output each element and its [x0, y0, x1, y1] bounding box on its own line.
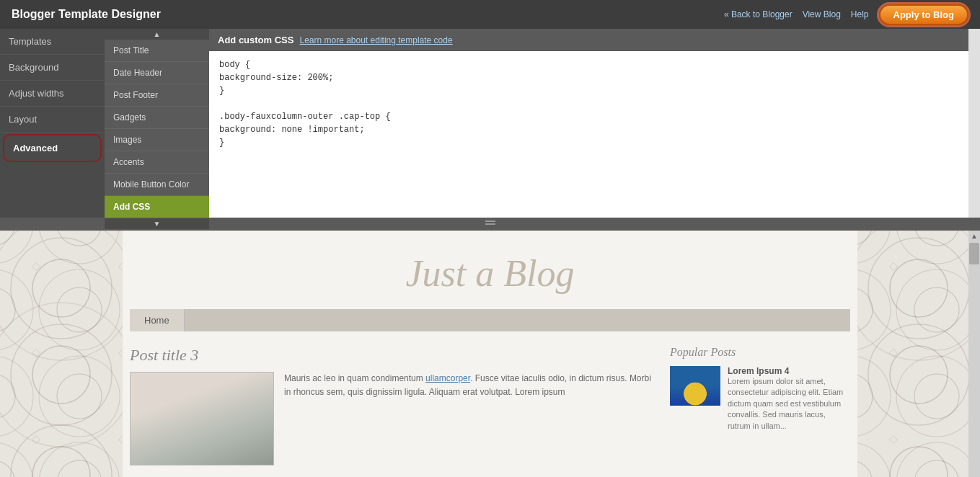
blog-nav: Home — [130, 309, 850, 331]
popular-post-info: Lorem Ipsum 4 Lorem ipsum dolor sit amet… — [728, 366, 850, 432]
sub-item-date-header[interactable]: Date Header — [105, 62, 209, 84]
sub-item-post-footer[interactable]: Post Footer — [105, 84, 209, 107]
sidebar-item-templates[interactable]: Templates — [0, 29, 105, 55]
svg-point-4 — [11, 324, 112, 425]
view-blog-link[interactable]: View Blog — [803, 9, 841, 19]
sidebar-item-layout[interactable]: Layout — [0, 107, 105, 133]
blog-nav-home[interactable]: Home — [130, 309, 185, 331]
sidebar-item-advanced[interactable]: Advanced — [3, 134, 102, 162]
sub-sidebar: ▲ Post Title Date Header Post Footer Gad… — [105, 29, 209, 218]
popular-post-name: Lorem Ipsum 4 — [728, 366, 850, 376]
back-to-blogger-link[interactable]: « Back to Blogger — [724, 9, 793, 19]
blog-header: Just a Blog — [123, 231, 857, 309]
svg-point-13 — [890, 447, 948, 477]
blog-post-text: Mauris ac leo in quam condimentum ullamc… — [284, 372, 655, 465]
popular-posts-title: Popular Posts — [670, 346, 850, 359]
blog-title: Just a Blog — [137, 252, 843, 295]
help-link[interactable]: Help — [851, 9, 869, 19]
blog-left-decoration — [0, 231, 123, 477]
divider-line-1 — [485, 220, 495, 222]
sidebar-item-adjust-widths[interactable]: Adjust widths — [0, 81, 105, 107]
blog-sidebar: Popular Posts Lorem Ipsum 4 Lorem ipsum … — [670, 346, 850, 477]
svg-point-10 — [857, 231, 980, 360]
svg-point-8 — [890, 259, 948, 317]
blog-post-text-link[interactable]: ullamcorper — [425, 373, 470, 383]
svg-point-3 — [32, 346, 90, 404]
app-title: Blogger Template Designer — [12, 8, 161, 21]
main-layout: Templates Background Adjust widths Layou… — [0, 29, 980, 218]
sub-item-post-title[interactable]: Post Title — [105, 40, 209, 62]
popular-post-item: Lorem Ipsum 4 Lorem ipsum dolor sit amet… — [670, 366, 850, 432]
svg-point-12 — [868, 324, 969, 425]
content-area: Add custom CSS Learn more about editing … — [209, 29, 968, 218]
preview-area: Just a Blog Home Post title 3 Mauris ac … — [0, 231, 980, 477]
blog-right-decoration — [857, 231, 980, 477]
blog-post-image-inner — [131, 373, 273, 465]
blog-post-image — [130, 372, 274, 465]
learn-more-link[interactable]: Learn more about editing template code — [299, 35, 452, 45]
sub-sidebar-scroll-up[interactable]: ▲ — [105, 29, 209, 40]
editor-scrollbar[interactable] — [968, 29, 980, 218]
top-bar: Blogger Template Designer « Back to Blog… — [0, 0, 980, 29]
sub-item-accents[interactable]: Accents — [105, 151, 209, 174]
popular-post-thumb — [670, 366, 720, 406]
blog-main-content: Post title 3 Mauris ac leo in quam condi… — [130, 346, 655, 477]
content-header: Add custom CSS Learn more about editing … — [209, 29, 968, 51]
top-bar-actions: « Back to Blogger View Blog Help Apply t… — [724, 4, 968, 25]
svg-point-7 — [11, 425, 112, 477]
sub-item-add-css[interactable]: Add CSS — [105, 196, 209, 218]
css-editor[interactable]: body { background-size: 200%; } .body-fa… — [209, 51, 968, 218]
svg-point-11 — [890, 346, 948, 404]
scrollbar-thumb[interactable] — [969, 243, 979, 264]
blog-post-layout: Mauris ac leo in quam condimentum ullamc… — [130, 372, 655, 465]
svg-point-6 — [32, 447, 90, 477]
scrollbar-up-arrow[interactable]: ▲ — [968, 231, 980, 241]
apply-to-blog-button[interactable]: Apply to Blog — [879, 4, 969, 25]
divider-line-2 — [485, 223, 495, 225]
svg-point-2 — [0, 231, 123, 360]
sub-sidebar-scroll-down[interactable]: ▼ — [105, 218, 209, 229]
blog-content: Post title 3 Mauris ac leo in quam condi… — [123, 331, 857, 477]
svg-point-9 — [868, 238, 969, 339]
sidebar-item-background[interactable]: Background — [0, 55, 105, 81]
blog-post-title: Post title 3 — [130, 346, 655, 365]
svg-point-0 — [32, 259, 90, 317]
resize-handle[interactable] — [483, 220, 498, 228]
popular-post-desc: Lorem ipsum dolor sit amet, consectetur … — [728, 376, 850, 432]
preview-scrollbar[interactable]: ▲ ▼ — [968, 231, 980, 477]
sub-item-mobile-button-color[interactable]: Mobile Button Color — [105, 174, 209, 196]
popular-post-thumb-inner — [670, 366, 720, 406]
sub-item-images[interactable]: Images — [105, 129, 209, 151]
sub-item-gadgets[interactable]: Gadgets — [105, 107, 209, 129]
sidebar: Templates Background Adjust widths Layou… — [0, 29, 105, 218]
svg-point-1 — [11, 238, 112, 339]
blog-preview-center: Just a Blog Home Post title 3 Mauris ac … — [123, 231, 857, 477]
add-custom-css-label: Add custom CSS — [218, 35, 293, 45]
